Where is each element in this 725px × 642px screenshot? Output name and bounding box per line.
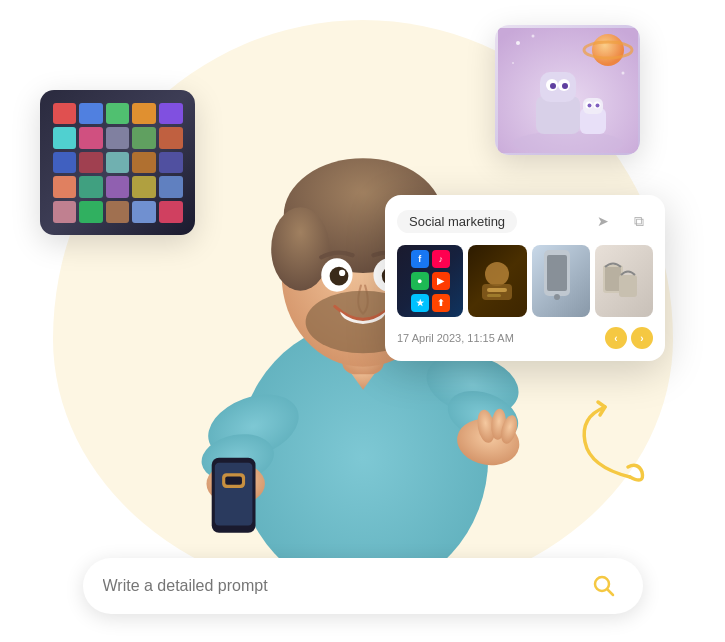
color-block xyxy=(159,176,183,198)
social-marketing-card: Social marketing ➤ ⧉ f♪●▶★⬆ xyxy=(385,195,665,361)
svg-rect-52 xyxy=(547,255,567,291)
color-block xyxy=(159,152,183,174)
social-card-footer: 17 April 2023, 11:15 AM ‹ › xyxy=(397,327,653,349)
send-icon[interactable]: ➤ xyxy=(589,207,617,235)
color-block xyxy=(159,103,183,125)
social-image-1: f♪●▶★⬆ xyxy=(397,245,463,317)
floating-card-right xyxy=(495,25,640,155)
color-block xyxy=(106,127,130,149)
app-dot: f xyxy=(411,250,429,268)
color-block xyxy=(53,103,77,125)
app-dot: ★ xyxy=(411,294,429,312)
search-bar xyxy=(83,558,643,614)
svg-point-8 xyxy=(550,83,556,89)
app-dot: ● xyxy=(411,272,429,290)
social-tag: Social marketing xyxy=(397,210,517,233)
svg-line-58 xyxy=(607,590,613,596)
color-block xyxy=(106,201,130,223)
svg-rect-56 xyxy=(619,275,637,297)
svg-rect-50 xyxy=(487,294,501,297)
color-block xyxy=(79,103,103,125)
social-image-2 xyxy=(468,245,526,317)
color-block xyxy=(79,127,103,149)
prev-arrow[interactable]: ‹ xyxy=(605,327,627,349)
svg-point-15 xyxy=(595,103,599,107)
color-block xyxy=(79,152,103,174)
color-block xyxy=(106,103,130,125)
color-block xyxy=(132,152,156,174)
svg-point-18 xyxy=(512,62,514,64)
color-block xyxy=(53,201,77,223)
svg-point-17 xyxy=(531,34,534,37)
social-card-header: Social marketing ➤ ⧉ xyxy=(397,207,653,235)
main-container: Social marketing ➤ ⧉ f♪●▶★⬆ xyxy=(0,0,725,642)
search-bar-wrapper xyxy=(83,558,643,614)
robot-illustration xyxy=(498,28,638,153)
app-dot: ▶ xyxy=(432,272,450,290)
svg-point-40 xyxy=(329,267,348,286)
svg-rect-5 xyxy=(540,72,576,102)
svg-point-53 xyxy=(554,294,560,300)
social-date: 17 April 2023, 11:15 AM xyxy=(397,332,514,344)
color-block xyxy=(132,127,156,149)
svg-rect-46 xyxy=(225,476,242,484)
card-left-content xyxy=(40,90,195,235)
next-arrow[interactable]: › xyxy=(631,327,653,349)
color-block xyxy=(132,103,156,125)
svg-point-9 xyxy=(562,83,568,89)
color-block xyxy=(53,176,77,198)
color-block xyxy=(106,152,130,174)
svg-point-47 xyxy=(485,262,509,286)
svg-point-16 xyxy=(516,41,520,45)
svg-point-19 xyxy=(621,71,624,74)
color-block xyxy=(53,127,77,149)
search-icon[interactable] xyxy=(585,567,623,605)
svg-point-36 xyxy=(271,207,329,290)
svg-rect-55 xyxy=(605,267,621,291)
color-block xyxy=(159,127,183,149)
svg-rect-26 xyxy=(214,463,252,526)
nav-arrows: ‹ › xyxy=(605,327,653,349)
svg-point-1 xyxy=(592,34,624,66)
floating-card-left xyxy=(40,90,195,235)
color-block xyxy=(79,201,103,223)
color-block xyxy=(106,176,130,198)
color-block xyxy=(53,152,77,174)
color-block xyxy=(132,201,156,223)
app-dot: ♪ xyxy=(432,250,450,268)
copy-icon[interactable]: ⧉ xyxy=(625,207,653,235)
curly-arrow-decoration xyxy=(570,397,650,487)
svg-point-42 xyxy=(339,270,345,276)
card-right-content xyxy=(495,25,640,155)
color-block xyxy=(132,176,156,198)
svg-rect-49 xyxy=(487,288,507,292)
color-block xyxy=(79,176,103,198)
color-block xyxy=(159,201,183,223)
search-input[interactable] xyxy=(103,577,573,595)
svg-point-14 xyxy=(587,103,591,107)
social-images-row: f♪●▶★⬆ xyxy=(397,245,653,317)
social-image-3 xyxy=(532,245,590,317)
social-card-icons: ➤ ⧉ xyxy=(589,207,653,235)
social-image-4 xyxy=(595,245,653,317)
blocks-grid xyxy=(53,103,183,223)
app-dot: ⬆ xyxy=(432,294,450,312)
